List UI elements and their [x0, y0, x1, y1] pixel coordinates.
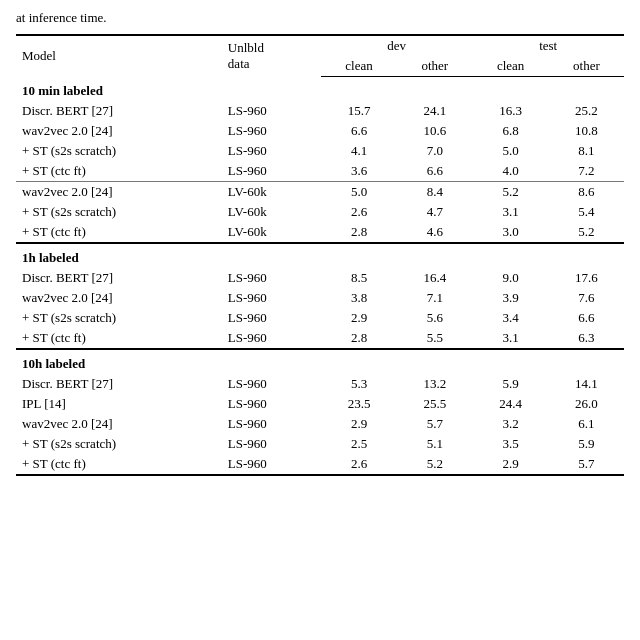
test_clean-cell: 3.2	[472, 414, 548, 434]
dev_other-cell: 5.6	[397, 308, 472, 328]
test_clean-cell: 3.1	[472, 328, 548, 349]
table-row: Discr. BERT [27]LS-9608.516.49.017.6	[16, 268, 624, 288]
unlbld-cell: LS-960	[222, 328, 321, 349]
test_other-cell: 25.2	[549, 101, 624, 121]
intro-text: at inference time.	[16, 10, 624, 26]
dev_clean-cell: 6.6	[321, 121, 397, 141]
unlbld-cell: LS-960	[222, 268, 321, 288]
results-table: Model Unlblddata dev test clean other cl…	[16, 34, 624, 476]
dev_clean-cell: 23.5	[321, 394, 397, 414]
test_other-cell: 5.7	[549, 454, 624, 475]
test_clean-cell: 9.0	[472, 268, 548, 288]
model-cell: Discr. BERT [27]	[16, 374, 222, 394]
test_clean-cell: 3.0	[472, 222, 548, 243]
unlbld-cell: LS-960	[222, 308, 321, 328]
model-cell: IPL [14]	[16, 394, 222, 414]
test-other-header: other	[549, 56, 624, 77]
test_clean-cell: 2.9	[472, 454, 548, 475]
unlbld-cell: LV-60k	[222, 202, 321, 222]
test_other-cell: 7.2	[549, 161, 624, 182]
table-row: + ST (ctc ft)LS-9602.65.22.95.7	[16, 454, 624, 475]
dev_clean-cell: 2.6	[321, 454, 397, 475]
dev_clean-cell: 2.9	[321, 308, 397, 328]
dev-other-header: other	[397, 56, 472, 77]
section-title: 10h labeled	[16, 349, 624, 374]
dev-header: dev	[321, 35, 473, 56]
test_other-cell: 6.6	[549, 308, 624, 328]
dev_other-cell: 8.4	[397, 182, 472, 203]
dev_clean-cell: 2.5	[321, 434, 397, 454]
dev_clean-cell: 2.8	[321, 328, 397, 349]
table-row: + ST (s2s scratch)LV-60k2.64.73.15.4	[16, 202, 624, 222]
model-cell: + ST (ctc ft)	[16, 454, 222, 475]
unlbld-cell: LS-960	[222, 434, 321, 454]
test_other-cell: 5.2	[549, 222, 624, 243]
dev_clean-cell: 8.5	[321, 268, 397, 288]
dev_other-cell: 4.6	[397, 222, 472, 243]
test_clean-cell: 4.0	[472, 161, 548, 182]
table-row: Discr. BERT [27]LS-96015.724.116.325.2	[16, 101, 624, 121]
model-cell: + ST (s2s scratch)	[16, 308, 222, 328]
dev_other-cell: 6.6	[397, 161, 472, 182]
unlbld-cell: LS-960	[222, 394, 321, 414]
test_clean-cell: 3.1	[472, 202, 548, 222]
model-cell: + ST (s2s scratch)	[16, 434, 222, 454]
unlbld-cell: LS-960	[222, 414, 321, 434]
dev_other-cell: 25.5	[397, 394, 472, 414]
dev_other-cell: 4.7	[397, 202, 472, 222]
dev_clean-cell: 2.8	[321, 222, 397, 243]
dev_other-cell: 13.2	[397, 374, 472, 394]
unlbld-cell: LS-960	[222, 161, 321, 182]
dev-clean-header: clean	[321, 56, 397, 77]
test_clean-cell: 6.8	[472, 121, 548, 141]
table-row: wav2vec 2.0 [24]LS-9602.95.73.26.1	[16, 414, 624, 434]
test_clean-cell: 5.9	[472, 374, 548, 394]
test_clean-cell: 5.0	[472, 141, 548, 161]
unlbld-cell: LS-960	[222, 141, 321, 161]
dev_clean-cell: 3.6	[321, 161, 397, 182]
section-header-row: 10h labeled	[16, 349, 624, 374]
test_other-cell: 26.0	[549, 394, 624, 414]
table-row: + ST (ctc ft)LS-9602.85.53.16.3	[16, 328, 624, 349]
table-row: IPL [14]LS-96023.525.524.426.0	[16, 394, 624, 414]
test_clean-cell: 3.4	[472, 308, 548, 328]
dev_other-cell: 5.1	[397, 434, 472, 454]
test_other-cell: 14.1	[549, 374, 624, 394]
model-cell: wav2vec 2.0 [24]	[16, 121, 222, 141]
table-row: + ST (s2s scratch)LS-9604.17.05.08.1	[16, 141, 624, 161]
test_other-cell: 5.4	[549, 202, 624, 222]
dev_clean-cell: 5.0	[321, 182, 397, 203]
table-row: Discr. BERT [27]LS-9605.313.25.914.1	[16, 374, 624, 394]
dev_clean-cell: 2.9	[321, 414, 397, 434]
unlbld-cell: LS-960	[222, 454, 321, 475]
unlbld-header: Unlblddata	[222, 35, 321, 77]
model-header: Model	[16, 35, 222, 77]
test_other-cell: 5.9	[549, 434, 624, 454]
dev_other-cell: 7.0	[397, 141, 472, 161]
dev_other-cell: 16.4	[397, 268, 472, 288]
test-header: test	[472, 35, 624, 56]
model-cell: Discr. BERT [27]	[16, 268, 222, 288]
table-row: wav2vec 2.0 [24]LS-9606.610.66.810.8	[16, 121, 624, 141]
test_other-cell: 6.1	[549, 414, 624, 434]
section-header-row: 1h labeled	[16, 243, 624, 268]
dev_clean-cell: 3.8	[321, 288, 397, 308]
model-cell: + ST (ctc ft)	[16, 161, 222, 182]
unlbld-cell: LS-960	[222, 121, 321, 141]
test_clean-cell: 16.3	[472, 101, 548, 121]
dev_other-cell: 5.7	[397, 414, 472, 434]
section-title: 10 min labeled	[16, 77, 624, 102]
test_clean-cell: 3.9	[472, 288, 548, 308]
table-row: wav2vec 2.0 [24]LV-60k5.08.45.28.6	[16, 182, 624, 203]
test_other-cell: 8.1	[549, 141, 624, 161]
section-title: 1h labeled	[16, 243, 624, 268]
test_other-cell: 10.8	[549, 121, 624, 141]
table-row: wav2vec 2.0 [24]LS-9603.87.13.97.6	[16, 288, 624, 308]
test_clean-cell: 24.4	[472, 394, 548, 414]
dev_other-cell: 7.1	[397, 288, 472, 308]
test_clean-cell: 3.5	[472, 434, 548, 454]
dev_other-cell: 5.2	[397, 454, 472, 475]
model-cell: wav2vec 2.0 [24]	[16, 288, 222, 308]
dev_clean-cell: 15.7	[321, 101, 397, 121]
dev_clean-cell: 4.1	[321, 141, 397, 161]
